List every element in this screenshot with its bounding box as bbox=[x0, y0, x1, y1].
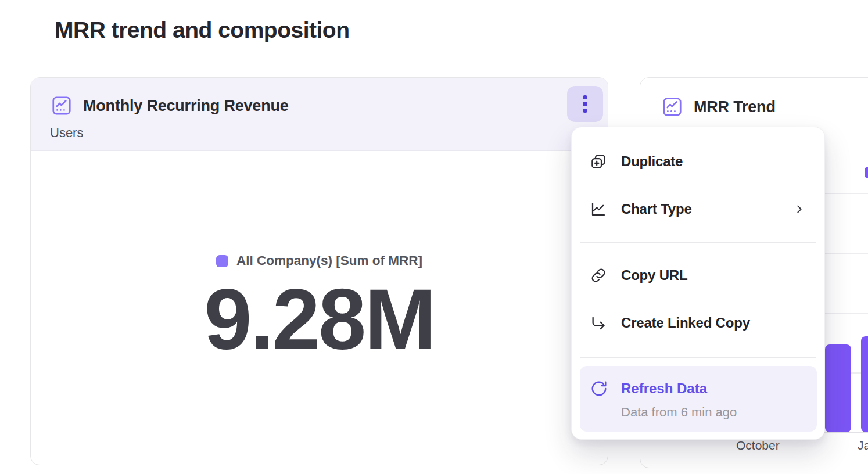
legend-label: All Company(s) [Sum of MRR] bbox=[236, 253, 422, 268]
kpi-value: 9.28M bbox=[204, 276, 434, 362]
link-icon bbox=[590, 267, 607, 284]
trend-card-title-row: MRR Trend bbox=[661, 96, 776, 118]
page-title: MRR trend and composition bbox=[55, 17, 350, 43]
kpi-card-title-row: Monthly Recurring Revenue bbox=[51, 95, 289, 117]
card-menu-button[interactable] bbox=[567, 86, 603, 122]
kpi-card-body: All Company(s) [Sum of MRR] 9.28M bbox=[31, 151, 608, 465]
menu-item-sublabel: Data from 6 min ago bbox=[621, 405, 737, 420]
menu-item-duplicate[interactable]: Duplicate bbox=[572, 138, 824, 185]
chart-type-icon bbox=[590, 200, 607, 218]
x-axis-label: Ja bbox=[858, 439, 868, 453]
duplicate-icon bbox=[590, 153, 607, 170]
menu-divider bbox=[580, 242, 816, 243]
bar[interactable] bbox=[825, 344, 851, 432]
bar[interactable] bbox=[861, 336, 868, 432]
kpi-card-header: Monthly Recurring Revenue Users bbox=[31, 78, 608, 151]
chart-widget-icon bbox=[661, 96, 683, 118]
menu-item-label: Refresh Data bbox=[621, 380, 707, 397]
trend-card-title: MRR Trend bbox=[694, 98, 776, 116]
kpi-card-subtitle: Users bbox=[50, 125, 83, 141]
chevron-right-icon bbox=[793, 203, 806, 216]
kpi-legend: All Company(s) [Sum of MRR] bbox=[216, 253, 422, 268]
kebab-vertical-icon bbox=[583, 95, 587, 100]
menu-item-chart-type[interactable]: Chart Type bbox=[572, 185, 824, 233]
corner-down-right-arrow-icon bbox=[590, 314, 607, 332]
menu-item-label: Copy URL bbox=[621, 267, 687, 283]
refresh-icon bbox=[590, 380, 608, 397]
menu-divider bbox=[580, 357, 816, 358]
kpi-card-title: Monthly Recurring Revenue bbox=[83, 97, 289, 115]
card-context-menu: Duplicate Chart Type bbox=[571, 127, 825, 440]
menu-item-label: Create Linked Copy bbox=[621, 315, 750, 331]
chart-widget-icon bbox=[51, 95, 73, 117]
menu-item-label: Chart Type bbox=[621, 201, 692, 217]
menu-item-create-linked-copy[interactable]: Create Linked Copy bbox=[572, 299, 824, 347]
mrr-kpi-card: Monthly Recurring Revenue Users All Comp… bbox=[30, 77, 608, 465]
menu-item-copy-url[interactable]: Copy URL bbox=[572, 252, 824, 299]
legend-pill bbox=[865, 167, 868, 178]
menu-item-refresh-data[interactable]: Refresh Data Data from 6 min ago bbox=[580, 366, 817, 432]
menu-item-label: Duplicate bbox=[621, 153, 683, 170]
legend-swatch bbox=[216, 255, 228, 267]
x-axis-label: October bbox=[736, 439, 780, 453]
screen: MRR trend and composition Monthly Recurr… bbox=[0, 0, 868, 474]
